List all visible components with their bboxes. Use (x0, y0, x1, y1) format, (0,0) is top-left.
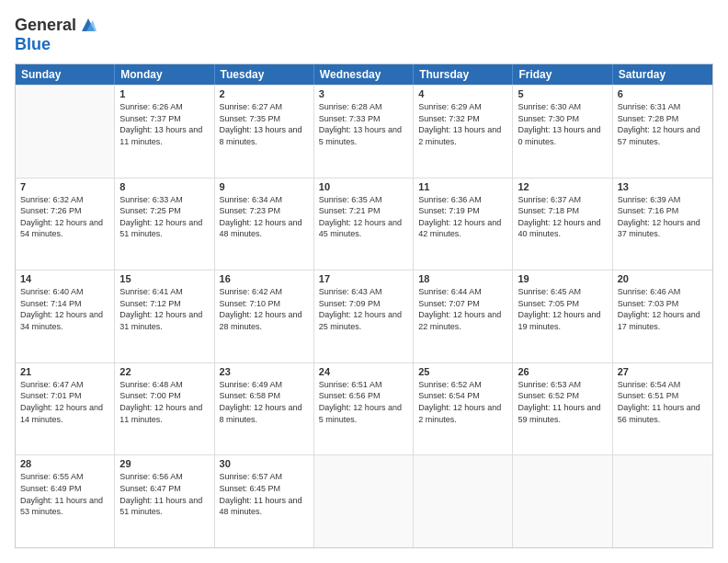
calendar-cell-empty (16, 86, 115, 178)
weekday-header-thursday: Thursday (414, 64, 513, 85)
weekday-header-monday: Monday (115, 64, 214, 85)
cell-date-number: 16 (220, 273, 309, 284)
calendar-cell-24: 24Sunrise: 6:51 AMSunset: 6:56 PMDayligh… (314, 363, 414, 455)
calendar-cell-22: 22Sunrise: 6:48 AMSunset: 7:00 PMDayligh… (115, 363, 214, 455)
cell-date-number: 26 (518, 366, 607, 377)
calendar-cell-27: 27Sunrise: 6:54 AMSunset: 6:51 PMDayligh… (613, 363, 712, 455)
cell-date-number: 30 (220, 458, 309, 469)
weekday-header-sunday: Sunday (16, 64, 115, 85)
calendar-cell-empty (513, 455, 612, 547)
cell-date-number: 11 (418, 181, 507, 192)
cell-date-number: 15 (119, 273, 209, 284)
calendar-cell-19: 19Sunrise: 6:45 AMSunset: 7:05 PMDayligh… (513, 270, 612, 362)
cell-date-number: 21 (20, 366, 109, 377)
calendar: SundayMondayTuesdayWednesdayThursdayFrid… (15, 63, 713, 548)
calendar-row-1: 1Sunrise: 6:26 AMSunset: 7:37 PMDaylight… (16, 85, 712, 178)
calendar-cell-14: 14Sunrise: 6:40 AMSunset: 7:14 PMDayligh… (16, 270, 115, 362)
cell-date-number: 27 (618, 366, 708, 377)
cell-sun-info: Sunrise: 6:49 AMSunset: 6:58 PMDaylight:… (220, 379, 309, 425)
cell-sun-info: Sunrise: 6:41 AMSunset: 7:12 PMDaylight:… (119, 286, 209, 332)
calendar-cell-8: 8Sunrise: 6:33 AMSunset: 7:25 PMDaylight… (115, 178, 214, 270)
cell-sun-info: Sunrise: 6:30 AMSunset: 7:30 PMDaylight:… (518, 101, 607, 147)
cell-sun-info: Sunrise: 6:51 AMSunset: 6:56 PMDaylight:… (319, 379, 408, 425)
cell-sun-info: Sunrise: 6:46 AMSunset: 7:03 PMDaylight:… (618, 286, 708, 332)
cell-date-number: 20 (618, 273, 708, 284)
cell-date-number: 13 (618, 181, 708, 192)
page: General Blue SundayMondayTuesdayWednesda… (0, 0, 728, 563)
cell-date-number: 7 (20, 181, 109, 192)
cell-date-number: 24 (319, 366, 408, 377)
calendar-cell-17: 17Sunrise: 6:43 AMSunset: 7:09 PMDayligh… (314, 270, 414, 362)
calendar-cell-empty (314, 455, 414, 547)
cell-sun-info: Sunrise: 6:54 AMSunset: 6:51 PMDaylight:… (618, 379, 708, 425)
weekday-header-wednesday: Wednesday (314, 64, 414, 85)
calendar-cell-5: 5Sunrise: 6:30 AMSunset: 7:30 PMDaylight… (513, 86, 612, 178)
cell-sun-info: Sunrise: 6:26 AMSunset: 7:37 PMDaylight:… (119, 101, 209, 147)
cell-date-number: 22 (119, 366, 209, 377)
cell-date-number: 3 (319, 88, 408, 99)
cell-sun-info: Sunrise: 6:53 AMSunset: 6:52 PMDaylight:… (518, 379, 607, 425)
cell-sun-info: Sunrise: 6:27 AMSunset: 7:35 PMDaylight:… (220, 101, 309, 147)
cell-date-number: 5 (518, 88, 607, 99)
calendar-cell-16: 16Sunrise: 6:42 AMSunset: 7:10 PMDayligh… (215, 270, 314, 362)
cell-date-number: 8 (119, 181, 209, 192)
cell-date-number: 23 (220, 366, 309, 377)
cell-date-number: 9 (220, 181, 309, 192)
logo: General Blue (15, 15, 98, 54)
calendar-cell-11: 11Sunrise: 6:36 AMSunset: 7:19 PMDayligh… (414, 178, 513, 270)
cell-date-number: 10 (319, 181, 408, 192)
cell-date-number: 28 (20, 458, 109, 469)
cell-sun-info: Sunrise: 6:32 AMSunset: 7:26 PMDaylight:… (20, 194, 109, 240)
cell-sun-info: Sunrise: 6:36 AMSunset: 7:19 PMDaylight:… (418, 194, 507, 240)
calendar-body: 1Sunrise: 6:26 AMSunset: 7:37 PMDaylight… (16, 85, 712, 547)
calendar-cell-3: 3Sunrise: 6:28 AMSunset: 7:33 PMDaylight… (314, 86, 414, 178)
cell-sun-info: Sunrise: 6:28 AMSunset: 7:33 PMDaylight:… (319, 101, 408, 147)
calendar-cell-28: 28Sunrise: 6:55 AMSunset: 6:49 PMDayligh… (16, 455, 115, 547)
cell-date-number: 1 (119, 88, 209, 99)
calendar-cell-12: 12Sunrise: 6:37 AMSunset: 7:18 PMDayligh… (513, 178, 612, 270)
calendar-cell-13: 13Sunrise: 6:39 AMSunset: 7:16 PMDayligh… (613, 178, 712, 270)
calendar-cell-21: 21Sunrise: 6:47 AMSunset: 7:01 PMDayligh… (16, 363, 115, 455)
cell-sun-info: Sunrise: 6:33 AMSunset: 7:25 PMDaylight:… (119, 194, 209, 240)
cell-date-number: 19 (518, 273, 607, 284)
calendar-row-2: 7Sunrise: 6:32 AMSunset: 7:26 PMDaylight… (16, 178, 712, 270)
calendar-cell-2: 2Sunrise: 6:27 AMSunset: 7:35 PMDaylight… (215, 86, 314, 178)
cell-sun-info: Sunrise: 6:39 AMSunset: 7:16 PMDaylight:… (618, 194, 708, 240)
cell-sun-info: Sunrise: 6:55 AMSunset: 6:49 PMDaylight:… (20, 471, 109, 517)
cell-sun-info: Sunrise: 6:47 AMSunset: 7:01 PMDaylight:… (20, 379, 109, 425)
cell-sun-info: Sunrise: 6:44 AMSunset: 7:07 PMDaylight:… (418, 286, 507, 332)
cell-sun-info: Sunrise: 6:37 AMSunset: 7:18 PMDaylight:… (518, 194, 607, 240)
calendar-cell-10: 10Sunrise: 6:35 AMSunset: 7:21 PMDayligh… (314, 178, 414, 270)
cell-sun-info: Sunrise: 6:31 AMSunset: 7:28 PMDaylight:… (618, 101, 708, 147)
calendar-cell-7: 7Sunrise: 6:32 AMSunset: 7:26 PMDaylight… (16, 178, 115, 270)
cell-sun-info: Sunrise: 6:56 AMSunset: 6:47 PMDaylight:… (119, 471, 209, 517)
cell-sun-info: Sunrise: 6:43 AMSunset: 7:09 PMDaylight:… (319, 286, 408, 332)
calendar-row-5: 28Sunrise: 6:55 AMSunset: 6:49 PMDayligh… (16, 454, 712, 547)
calendar-row-4: 21Sunrise: 6:47 AMSunset: 7:01 PMDayligh… (16, 362, 712, 455)
calendar-cell-1: 1Sunrise: 6:26 AMSunset: 7:37 PMDaylight… (115, 86, 214, 178)
calendar-cell-18: 18Sunrise: 6:44 AMSunset: 7:07 PMDayligh… (414, 270, 513, 362)
logo-general: General (15, 16, 76, 35)
cell-sun-info: Sunrise: 6:48 AMSunset: 7:00 PMDaylight:… (119, 379, 209, 425)
cell-date-number: 4 (418, 88, 507, 99)
cell-sun-info: Sunrise: 6:52 AMSunset: 6:54 PMDaylight:… (418, 379, 507, 425)
calendar-cell-23: 23Sunrise: 6:49 AMSunset: 6:58 PMDayligh… (215, 363, 314, 455)
cell-date-number: 6 (618, 88, 708, 99)
calendar-cell-25: 25Sunrise: 6:52 AMSunset: 6:54 PMDayligh… (414, 363, 513, 455)
cell-date-number: 14 (20, 273, 109, 284)
cell-sun-info: Sunrise: 6:35 AMSunset: 7:21 PMDaylight:… (319, 194, 408, 240)
logo-icon (78, 15, 98, 35)
calendar-cell-empty (613, 455, 712, 547)
calendar-cell-15: 15Sunrise: 6:41 AMSunset: 7:12 PMDayligh… (115, 270, 214, 362)
cell-sun-info: Sunrise: 6:45 AMSunset: 7:05 PMDaylight:… (518, 286, 607, 332)
weekday-header-saturday: Saturday (613, 64, 712, 85)
calendar-cell-6: 6Sunrise: 6:31 AMSunset: 7:28 PMDaylight… (613, 86, 712, 178)
calendar-cell-26: 26Sunrise: 6:53 AMSunset: 6:52 PMDayligh… (513, 363, 612, 455)
calendar-cell-29: 29Sunrise: 6:56 AMSunset: 6:47 PMDayligh… (115, 455, 214, 547)
weekday-header-friday: Friday (513, 64, 612, 85)
weekday-header-tuesday: Tuesday (215, 64, 314, 85)
logo-blue-text: Blue (15, 35, 98, 54)
cell-sun-info: Sunrise: 6:57 AMSunset: 6:45 PMDaylight:… (220, 471, 309, 517)
cell-date-number: 17 (319, 273, 408, 284)
cell-date-number: 29 (119, 458, 209, 469)
